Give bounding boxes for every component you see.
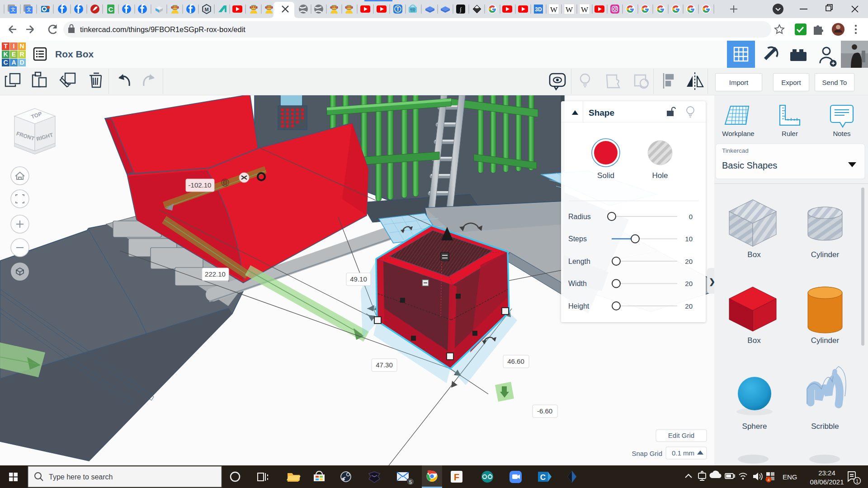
svg-text:5: 5: [409, 479, 412, 485]
svg-text:Type here to search: Type here to search: [49, 473, 113, 481]
svg-text:R: R: [19, 51, 24, 58]
svg-text:文: 文: [27, 7, 32, 12]
svg-text:C: C: [540, 473, 546, 482]
svg-text:Box: Box: [747, 250, 761, 259]
svg-text:10: 10: [685, 235, 693, 243]
svg-text:tinkercad.com/things/9FBOR1eSG: tinkercad.com/things/9FBOR1eSGpR-rox-box…: [80, 25, 245, 33]
svg-text:M: M: [204, 7, 208, 12]
svg-text:C: C: [3, 59, 8, 66]
svg-text:Ruler: Ruler: [782, 130, 798, 137]
svg-text:ENG: ENG: [783, 473, 797, 481]
svg-text:N: N: [19, 42, 24, 50]
svg-text:Scribble: Scribble: [811, 422, 839, 431]
svg-text:Cylinder: Cylinder: [811, 336, 840, 345]
svg-text:T: T: [4, 42, 8, 50]
svg-text:-102.10: -102.10: [189, 181, 212, 189]
svg-text:Edit Grid: Edit Grid: [668, 432, 694, 439]
svg-text:Radius: Radius: [568, 213, 591, 221]
svg-text:E: E: [12, 51, 16, 58]
svg-text:Hole: Hole: [652, 171, 668, 180]
svg-text:Basic Shapes: Basic Shapes: [722, 160, 777, 170]
svg-text:C: C: [108, 5, 113, 13]
svg-text:23:24: 23:24: [818, 469, 835, 477]
svg-text:49.10: 49.10: [350, 275, 367, 283]
svg-text:Steps: Steps: [568, 235, 587, 243]
svg-text:文: 文: [11, 7, 16, 12]
svg-text:Cylinder: Cylinder: [811, 250, 840, 259]
svg-text:47.30: 47.30: [376, 361, 393, 369]
svg-text:3D: 3D: [535, 6, 542, 13]
svg-text:Height: Height: [568, 302, 590, 310]
svg-text:I: I: [13, 42, 15, 50]
svg-text:Solid: Solid: [597, 171, 614, 180]
svg-text:4: 4: [767, 478, 769, 482]
svg-text:0.1 mm: 0.1 mm: [672, 449, 694, 457]
svg-text:20: 20: [685, 302, 693, 310]
svg-text:20: 20: [685, 280, 693, 287]
svg-text:20: 20: [685, 258, 693, 265]
svg-text:Sphere: Sphere: [742, 422, 767, 431]
svg-text:-6.60: -6.60: [537, 407, 552, 415]
svg-text:Length: Length: [568, 258, 590, 265]
svg-text:222.10: 222.10: [205, 270, 226, 278]
svg-text:1: 1: [856, 479, 859, 484]
svg-text:T: T: [396, 7, 399, 12]
svg-text:D: D: [19, 59, 24, 66]
svg-text:Shape: Shape: [589, 108, 614, 117]
svg-text:Tinkercad: Tinkercad: [722, 147, 749, 154]
svg-text:46.60: 46.60: [507, 357, 524, 365]
svg-text:Snap Grid: Snap Grid: [632, 450, 662, 457]
svg-text:Width: Width: [568, 280, 587, 287]
svg-text:Notes: Notes: [833, 130, 850, 137]
svg-text:F: F: [454, 472, 459, 482]
svg-text:Box: Box: [747, 336, 761, 345]
svg-text:Workplane: Workplane: [722, 130, 754, 137]
svg-text:K: K: [3, 51, 8, 58]
svg-text:08/06/2021: 08/06/2021: [810, 478, 844, 486]
svg-text:Rox Box: Rox Box: [55, 49, 94, 59]
svg-text:0: 0: [689, 213, 693, 221]
svg-text:A: A: [11, 59, 16, 66]
svg-text:DUN: DUN: [410, 10, 415, 13]
